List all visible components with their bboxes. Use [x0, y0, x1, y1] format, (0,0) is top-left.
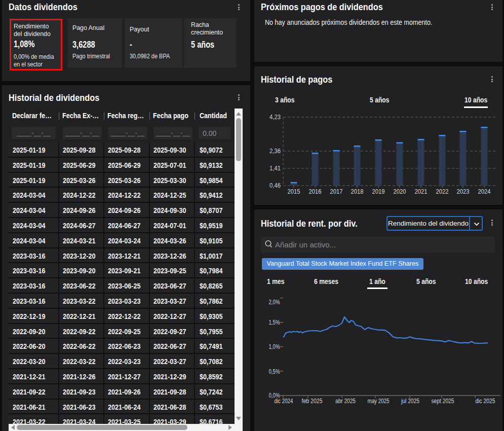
svg-text:abr 2025: abr 2025: [335, 398, 356, 405]
svg-text:2016: 2016: [309, 188, 322, 195]
svg-text:may 2025: may 2025: [368, 398, 390, 405]
svg-text:sept 2025: sept 2025: [432, 398, 454, 405]
svg-text:dic 2025: dic 2025: [476, 398, 495, 405]
svg-text:2022: 2022: [436, 188, 449, 195]
svg-text:4,23: 4,23: [269, 114, 281, 121]
svg-text:2021: 2021: [415, 188, 428, 195]
svg-text:0,46: 0,46: [269, 182, 281, 189]
svg-text:1,5%: 1,5%: [269, 319, 280, 326]
svg-text:2,36: 2,36: [269, 148, 281, 155]
svg-text:feb 2025: feb 2025: [302, 398, 323, 405]
svg-text:2023: 2023: [457, 188, 470, 195]
svg-text:2015: 2015: [288, 188, 300, 195]
svg-text:2,0%: 2,0%: [269, 299, 280, 306]
svg-text:0,5%: 0,5%: [269, 368, 280, 375]
svg-text:2017: 2017: [330, 188, 343, 195]
svg-text:dic 2024: dic 2024: [275, 398, 293, 405]
svg-text:1,0%: 1,0%: [269, 343, 280, 350]
svg-text:jul 2025: jul 2025: [401, 398, 419, 405]
svg-text:1,41: 1,41: [269, 165, 281, 172]
svg-text:2019: 2019: [372, 188, 385, 195]
svg-text:2024: 2024: [478, 188, 491, 195]
svg-text:2018: 2018: [351, 188, 364, 195]
svg-text:2020: 2020: [394, 188, 406, 195]
